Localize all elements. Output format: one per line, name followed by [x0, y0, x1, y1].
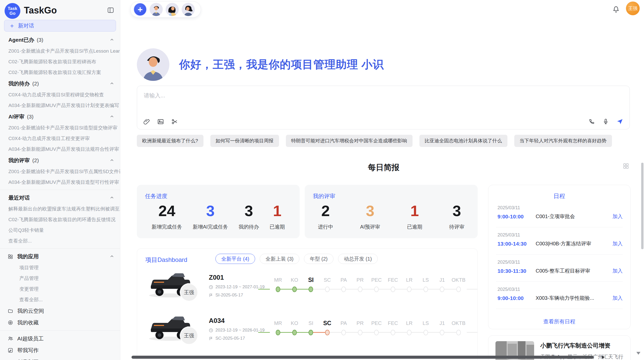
user-avatar[interactable]: 王强: [626, 2, 640, 15]
sidebar-task-item[interactable]: Z001-全新燃油皮卡产品开发项目SI节点Lesson Learn报告: [0, 46, 120, 56]
milestone[interactable]: SI: [303, 319, 319, 336]
chat-input[interactable]: [144, 91, 623, 100]
milestone[interactable]: LS: [418, 276, 434, 292]
dashboard-tab[interactable]: 年型 (2): [304, 254, 333, 264]
sidebar-task-item[interactable]: A034-全新新能源MUV产品开发项目法规符合性评审: [0, 144, 120, 155]
app-item[interactable]: 产品管理: [0, 273, 120, 284]
section-title: AI评审: [8, 113, 24, 120]
schedule-join-link[interactable]: 加入: [612, 240, 623, 247]
sidebar-section-header[interactable]: 我的评审 (2): [0, 155, 120, 166]
sidebar-task-item[interactable]: C0X4-动力总成开发项目SI里程碑提交物检查: [0, 89, 120, 100]
recent-chats-header[interactable]: 最近对话: [0, 192, 120, 204]
milestone[interactable]: J1: [434, 319, 450, 336]
sidebar-task-item[interactable]: C0X4-动力总成开发项目工程变更评审: [0, 133, 120, 144]
phone-icon[interactable]: [588, 118, 595, 125]
vertical-scrollbar-thumb[interactable]: [641, 163, 643, 249]
milestone[interactable]: PEC: [368, 276, 385, 292]
mic-icon[interactable]: [602, 118, 609, 125]
project-owner-name: 王强: [184, 332, 194, 339]
scissors-icon[interactable]: [171, 118, 178, 125]
chevron-up-icon[interactable]: [109, 254, 114, 259]
milestone[interactable]: LS: [418, 319, 434, 336]
dashboard-tab[interactable]: 全新平台 (4): [215, 254, 255, 264]
suggestion-chip[interactable]: 当下年轻人对汽车外观有怎样的喜好趋势: [514, 135, 612, 147]
app-item[interactable]: 项目管理: [0, 262, 120, 273]
image-icon[interactable]: [157, 118, 164, 125]
app-item[interactable]: 变更管理: [0, 284, 120, 294]
sidebar-section-header[interactable]: Agent已办 (3): [0, 34, 120, 46]
recent-chat-item[interactable]: 公司Q3轻卡销量: [0, 225, 120, 236]
suggestion-chip[interactable]: 特朗普可能对进口汽车增税会对中国车企造成哪些影响: [286, 135, 413, 147]
my-cloud-item[interactable]: 我的云空间: [0, 305, 120, 317]
milestone[interactable]: LR: [401, 319, 418, 336]
ai-super-staff-item[interactable]: AI超级员工: [0, 333, 120, 344]
suggestion-chip[interactable]: 如何写一份清晰的项目周报: [210, 135, 279, 147]
milestone-label: FEC: [385, 319, 401, 328]
milestone[interactable]: J1: [434, 276, 450, 292]
help-write-item[interactable]: 帮我写作: [0, 344, 120, 356]
send-icon[interactable]: [616, 118, 623, 125]
milestone[interactable]: MR: [270, 319, 286, 336]
sidebar-section-header[interactable]: 我的待办 (2): [0, 78, 120, 89]
chevron-up-icon[interactable]: [109, 195, 114, 200]
milestone[interactable]: OKTB: [450, 276, 467, 292]
sidebar-section-header[interactable]: AI评审 (3): [0, 111, 120, 123]
sidebar-task-item[interactable]: A034-全新新能源MUV产品开发项目计划变更表编写: [0, 100, 120, 111]
sidebar-task-item[interactable]: C02-飞腾新能源轻客改款项目立项汇报方案: [0, 67, 120, 78]
add-member-button[interactable]: +: [134, 3, 147, 16]
milestone[interactable]: PA: [335, 276, 352, 292]
chevron-up-icon[interactable]: [109, 158, 114, 163]
member-avatar-2[interactable]: [166, 3, 179, 16]
project-row[interactable]: 王强 A034 2023-12-19 ~ 2026-01-19: [137, 312, 478, 355]
layout-grid-icon[interactable]: [623, 163, 629, 169]
milestone[interactable]: FEC: [385, 276, 401, 292]
milestone[interactable]: OKTB: [450, 319, 467, 336]
recent-chat-item[interactable]: 解释最新出台的欧盟报废车法规再生塑料比例被调至15%...: [0, 204, 120, 214]
milestone[interactable]: PA: [335, 319, 352, 336]
dashboard-tab[interactable]: 动总开发 (1): [338, 254, 378, 264]
sidebar-task-item[interactable]: A034-全新新能源MUV产品开发项目造型可行性评审: [0, 177, 120, 188]
chevron-up-icon[interactable]: [109, 37, 114, 42]
milestone[interactable]: LR: [401, 276, 418, 292]
member-avatar-1[interactable]: [150, 3, 163, 16]
my-apps-header[interactable]: 我的应用: [0, 251, 120, 262]
scroll-right-arrow-icon[interactable]: [602, 355, 605, 359]
creative-draw-item[interactable]: 创意制图: [0, 356, 120, 360]
milestone[interactable]: MR: [270, 276, 286, 292]
scroll-down-arrow-icon[interactable]: [636, 352, 640, 355]
view-all-schedule-link[interactable]: 查看所有日程: [488, 318, 630, 325]
hero: 你好，王强，我是你的项目管理助理 小识: [137, 48, 384, 81]
chevron-up-icon[interactable]: [109, 114, 114, 119]
milestone[interactable]: PR: [352, 276, 369, 292]
sidebar-collapse-icon[interactable]: [107, 7, 114, 14]
suggestion-chip[interactable]: 比亚迪全固态电池计划具体说了什么: [419, 135, 507, 147]
my-favorites-item[interactable]: 我的收藏: [0, 317, 120, 328]
milestone[interactable]: PEC: [368, 319, 385, 336]
suggestion-chip[interactable]: 欧洲新规最近颁布了什么?: [137, 135, 203, 147]
schedule-join-link[interactable]: 加入: [612, 213, 623, 220]
milestone[interactable]: PR: [352, 319, 369, 336]
sidebar-task-item[interactable]: Z001-全新燃油轻卡产品开发项目SI造型提交物评审: [0, 123, 120, 133]
milestone[interactable]: SC: [319, 319, 336, 336]
notification-bell-icon[interactable]: [612, 6, 620, 13]
apps-view-all-link[interactable]: 查看全部...: [0, 294, 120, 305]
milestone[interactable]: FEC: [385, 319, 401, 336]
recent-view-all-link[interactable]: 查看全部...: [0, 236, 120, 246]
milestone[interactable]: KO: [286, 319, 303, 336]
milestone[interactable]: SI: [303, 276, 319, 292]
stat-label: 我的待办: [239, 223, 259, 230]
dashboard-tab[interactable]: 全新上装 (3): [260, 254, 299, 264]
project-row[interactable]: 王强 Z001 2023-12-19 ~ 2027-01-19: [137, 268, 478, 312]
new-chat-button[interactable]: ＋ 新对话: [4, 20, 116, 32]
recent-chat-item[interactable]: C02-飞腾新能源轻客改款项目的闭环通告反馈情况: [0, 214, 120, 225]
sidebar-task-item[interactable]: C02-飞腾新能源轻客改款项目里程碑画布: [0, 56, 120, 67]
attachment-icon[interactable]: [143, 118, 150, 125]
chevron-up-icon[interactable]: [109, 81, 114, 86]
horizontal-scrollbar-thumb[interactable]: [131, 356, 594, 359]
milestone[interactable]: SC: [319, 276, 336, 292]
sidebar-task-item[interactable]: Z001-全新燃油轻卡产品开发项目SI节点属性5D文件评审: [0, 166, 120, 177]
schedule-join-link[interactable]: 加入: [612, 267, 623, 274]
milestone[interactable]: KO: [286, 276, 303, 292]
schedule-join-link[interactable]: 加入: [612, 295, 623, 302]
member-avatar-3[interactable]: [182, 3, 195, 16]
